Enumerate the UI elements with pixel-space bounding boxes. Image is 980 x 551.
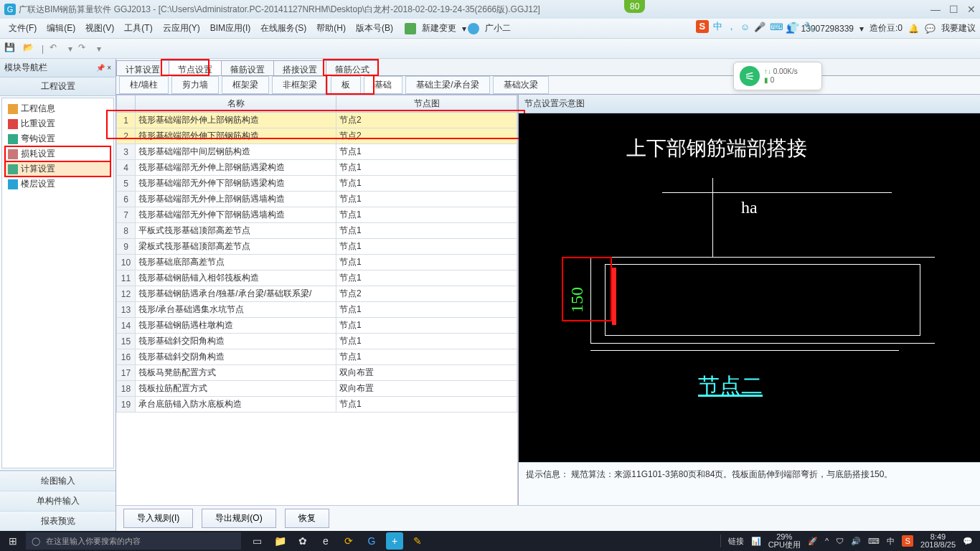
grid-row[interactable]: 16筏形基础斜交阴角构造节点1	[117, 349, 517, 365]
component-tab-2[interactable]: 框架梁	[222, 76, 269, 94]
avatar-icon[interactable]	[468, 23, 479, 34]
component-tab-7[interactable]: 基础次梁	[493, 76, 549, 94]
tray-up-icon[interactable]: ^	[825, 537, 829, 545]
menu-bim[interactable]: BIM应用(I)	[206, 19, 255, 37]
grid-row[interactable]: 2筏形基础端部外伸下部钢筋构造节点2	[117, 128, 517, 144]
taskview-icon[interactable]: ▭	[248, 532, 265, 550]
component-tab-6[interactable]: 基础主梁/承台梁	[405, 76, 489, 94]
minimize-button[interactable]: —	[930, 4, 941, 15]
grid-row[interactable]: 19承台底筋锚入防水底板构造节点1	[117, 397, 517, 413]
sogou-icon[interactable]: S	[696, 20, 709, 33]
menu-help[interactable]: 帮助(H)	[312, 19, 350, 37]
grid-row[interactable]: 11筏形基础钢筋锚入相邻筏板构造节点1	[117, 270, 517, 286]
grid-row[interactable]: 3筏形基础端部中间层钢筋构造节点1	[117, 144, 517, 160]
grid-row[interactable]: 4筏形基础端部无外伸上部钢筋遇梁构造节点1	[117, 160, 517, 176]
dropdown-icon[interactable]: ▾	[462, 24, 466, 34]
tray-rocket-icon[interactable]: 🚀	[808, 537, 818, 546]
restore-button[interactable]: 恢复	[285, 509, 329, 528]
grid-row[interactable]: 18筏板拉筋配置方式双向布置	[117, 381, 517, 397]
menu-version[interactable]: 版本号(B)	[352, 19, 397, 37]
dropdown-icon[interactable]: ▾	[859, 24, 864, 34]
nav-item-3[interactable]: 损耗设置	[5, 146, 110, 161]
grid-row[interactable]: 6筏形基础端部无外伸上部钢筋遇墙构造节点1	[117, 192, 517, 207]
grid-row[interactable]: 7筏形基础端部无外伸下部钢筋遇墙构造节点1	[117, 207, 517, 223]
nav-item-5[interactable]: 楼层设置	[5, 176, 110, 192]
grid-row[interactable]: 17筏板马凳筋配置方式双向布置	[117, 365, 517, 381]
component-tab-3[interactable]: 非框架梁	[272, 76, 328, 94]
taskbar-app-5[interactable]: +	[386, 532, 403, 550]
taskbar-app-4[interactable]: G	[363, 532, 380, 550]
ime-smile-icon[interactable]: ☺	[740, 22, 750, 32]
tab-single-input[interactable]: 单构件输入	[0, 491, 116, 511]
dropdown-icon[interactable]: ▾	[97, 44, 101, 54]
ime-tool-icon[interactable]: 🔧	[804, 22, 815, 32]
maximize-button[interactable]: ☐	[949, 4, 958, 15]
clock-date[interactable]: 2018/8/25	[920, 541, 956, 549]
export-rules-button[interactable]: 导出规则(O)	[202, 509, 275, 528]
chat-icon[interactable]: 💬	[925, 24, 936, 34]
ime-skin-icon[interactable]: 👕	[788, 22, 799, 32]
menu-cloud[interactable]: 云应用(Y)	[159, 19, 204, 37]
menu-tools[interactable]: 工具(T)	[120, 19, 156, 37]
grid-row[interactable]: 1筏形基础端部外伸上部钢筋构造节点2	[117, 113, 517, 128]
tray-sogou-icon[interactable]: S	[902, 535, 913, 547]
component-tab-1[interactable]: 剪力墙	[171, 76, 219, 94]
taskbar-app-2[interactable]: ✿	[294, 532, 311, 550]
nav-item-2[interactable]: 弯钩设置	[5, 131, 110, 146]
tray-ime[interactable]: 中	[887, 536, 895, 547]
menu-new-change[interactable]: 新建变更	[418, 19, 461, 37]
ime-keyboard-icon[interactable]: ⌨	[770, 22, 783, 32]
taskbar-app-6[interactable]: ✎	[409, 532, 426, 550]
left-section-header[interactable]: 工程设置	[0, 77, 116, 96]
tray-link[interactable]: 链接	[728, 536, 744, 547]
feedback-link[interactable]: 我要建议	[941, 22, 976, 34]
grid-row[interactable]: 12筏形基础钢筋遇承台/独基/承台梁/基础联系梁/节点2	[117, 286, 517, 302]
grid-table[interactable]: 名称节点图1筏形基础端部外伸上部钢筋构造节点22筏形基础端部外伸下部钢筋构造节点…	[116, 95, 517, 413]
grid-row[interactable]: 13筏形/承台基础遇集水坑节点节点1	[117, 302, 517, 318]
bell-icon[interactable]: 🔔	[908, 24, 919, 34]
menu-view[interactable]: 视图(V)	[81, 19, 118, 37]
grid-row[interactable]: 15筏形基础斜交阳角构造节点1	[117, 334, 517, 349]
taskbar-app-1[interactable]: 📁	[271, 532, 288, 550]
menu-file[interactable]: 文件(F)	[4, 19, 41, 37]
grid-row[interactable]: 10筏形基础底部高差节点节点1	[117, 255, 517, 270]
ime-punct-icon[interactable]: ，	[727, 20, 736, 33]
nav-item-0[interactable]: 工程信息	[5, 101, 110, 116]
import-rules-button[interactable]: 导入规则(I)	[123, 509, 193, 528]
tab-draw-input[interactable]: 绘图输入	[0, 471, 116, 491]
save-icon[interactable]: 💾	[4, 42, 17, 55]
open-icon[interactable]: 📂	[23, 42, 36, 55]
tray-sound-icon[interactable]: 🔊	[851, 537, 861, 546]
dropdown-icon[interactable]: ▾	[68, 44, 72, 54]
ime-cn[interactable]: 中	[713, 20, 722, 33]
component-tab-0[interactable]: 柱/墙柱	[119, 76, 169, 94]
tray-shield-icon[interactable]: 🛡	[836, 537, 844, 545]
ime-mic-icon[interactable]: 🎤	[754, 22, 765, 32]
grid-row[interactable]: 9梁板式筏形基础顶部高差节点节点1	[117, 239, 517, 255]
taskbar-app-3[interactable]: ⟳	[340, 532, 357, 550]
pin-icon[interactable]: 📌 ×	[96, 64, 111, 72]
nav-item-1[interactable]: 比重设置	[5, 116, 110, 131]
taskbar-search[interactable]: ◯ 在这里输入你要搜索的内容	[26, 532, 241, 550]
tray-keyboard-icon[interactable]: ⌨	[868, 537, 880, 546]
network-widget[interactable]: ⚟ ↑↓ 0.00K/s ▮ 0	[733, 62, 822, 90]
menu-edit[interactable]: 编辑(E)	[42, 19, 80, 37]
menu-online[interactable]: 在线服务(S)	[256, 19, 311, 37]
grid-row[interactable]: 14筏形基础钢筋遇柱墩构造节点1	[117, 318, 517, 334]
undo-icon[interactable]: ↶	[50, 42, 62, 55]
settings-tab-2[interactable]: 箍筋设置	[221, 60, 274, 75]
taskbar-edge[interactable]: e	[317, 532, 334, 550]
grid-row[interactable]: 5筏形基础端部无外伸下部钢筋遇梁构造节点1	[117, 176, 517, 192]
start-button[interactable]: ⊞	[0, 535, 26, 547]
nav-item-4[interactable]: 计算设置	[5, 161, 110, 176]
tab-report-preview[interactable]: 报表预览	[0, 511, 116, 531]
close-button[interactable]: ✕	[967, 4, 976, 15]
diagram-ha-label: ha	[741, 198, 758, 217]
user-name[interactable]: 广小二	[481, 19, 515, 37]
plus-icon[interactable]	[405, 23, 416, 34]
redo-icon[interactable]: ↷	[78, 42, 91, 55]
tray-chart-icon[interactable]: 📊	[751, 537, 761, 546]
grid-row[interactable]: 8平板式筏形基础顶部高差节点节点1	[117, 223, 517, 239]
tray-notification-icon[interactable]: 💬	[963, 537, 973, 546]
settings-tab-3[interactable]: 搭接设置	[273, 60, 326, 75]
